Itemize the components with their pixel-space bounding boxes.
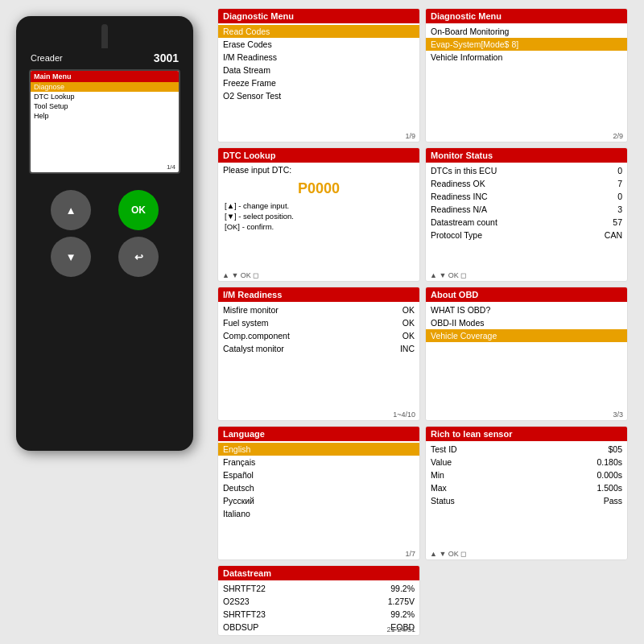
- panel-diagnostic-menu-2: Diagnostic Menu On-Board Monitoring Evap…: [425, 8, 628, 142]
- rl-min: Min0.000s: [426, 469, 627, 481]
- down-button[interactable]: [51, 237, 91, 277]
- fuel-value: OK: [402, 318, 415, 328]
- misfire-value: OK: [402, 305, 415, 315]
- monitor-dtcs-label: DTCs in this ECU: [431, 166, 497, 175]
- screen-item-help[interactable]: Help: [31, 111, 179, 121]
- lang-french[interactable]: Français: [218, 456, 419, 469]
- lang-german[interactable]: Deutsch: [218, 481, 419, 494]
- panel-diag1-page: 1/9: [405, 132, 415, 140]
- shrtft22-value: 99.2%: [390, 584, 415, 593]
- datastream-count-label: Datastream count: [431, 217, 497, 227]
- rl-min-val: 0.000s: [597, 470, 622, 480]
- device-screen: Main Menu Diagnose DTC Lookup Tool Setup…: [29, 69, 180, 174]
- testid-label: Test ID: [431, 444, 457, 454]
- about-coverage[interactable]: Vehicle Coverage: [426, 329, 627, 342]
- panel-im-readiness: I/M Readiness Misfire monitorOK Fuel sys…: [217, 287, 420, 421]
- rl-status-label: Status: [431, 496, 455, 506]
- brand-name: Creader: [31, 53, 63, 63]
- im-catalyst: Catalyst monitorINC: [218, 342, 419, 355]
- panel-im-body: Misfire monitorOK Fuel systemOK Comp.com…: [218, 302, 419, 357]
- panel-monitor-status: Monitor Status DTCs in this ECU0 Readine…: [425, 147, 628, 282]
- readiness-ok-value: 7: [617, 179, 622, 188]
- about-modes[interactable]: OBD-II Modes: [426, 316, 627, 329]
- monitor-readiness-inc: Readiness INC0: [426, 190, 627, 203]
- monitor-dtcs-value: 0: [617, 166, 622, 175]
- dtc-instr-2: [▼] - select position.: [218, 211, 419, 221]
- menu-item-erase-codes[interactable]: Erase Codes: [218, 38, 419, 51]
- ds-o2s23: O2S231.275V: [218, 595, 419, 608]
- screen-item-diagnose[interactable]: Diagnose: [31, 82, 179, 92]
- panel-monitor-header: Monitor Status: [426, 148, 627, 163]
- panel-datastream: Datastream SHRTFT2299.2% O2S231.275V SHR…: [217, 565, 420, 636]
- rl-max-label: Max: [431, 483, 447, 493]
- rl-status: StatusPass: [426, 494, 627, 507]
- panel-language: Language English Français Español Deutsc…: [217, 426, 420, 560]
- menu-item-onboard[interactable]: On-Board Monitoring: [426, 25, 627, 38]
- panel-about-obd: About OBD WHAT IS OBD? OBD-II Modes Vehi…: [425, 287, 628, 421]
- menu-item-freeze-frame[interactable]: Freeze Frame: [218, 76, 419, 89]
- panel-datastream-header: Datastream: [218, 566, 419, 580]
- shrtft22-label: SHRTFT22: [223, 584, 266, 593]
- lang-russian[interactable]: Русский: [218, 494, 419, 507]
- screen-item-dtc[interactable]: DTC Lookup: [31, 92, 179, 101]
- rl-value-label: Value: [431, 457, 452, 467]
- readiness-inc-label: Readiness INC: [431, 192, 488, 201]
- panel-diagnostic-menu-1-header: Diagnostic Menu: [218, 9, 419, 23]
- dtc-nav: ▲ ▼ OK ◻: [222, 271, 258, 279]
- ds-shrtft23: SHRTFT2399.2%: [218, 608, 419, 621]
- fuel-label: Fuel system: [223, 318, 269, 328]
- readiness-na-label: Readiness N/A: [431, 204, 487, 214]
- monitor-readiness-ok: Readiness OK7: [426, 177, 627, 190]
- ok-button[interactable]: OK: [118, 190, 159, 230]
- o2s23-value: 1.275V: [388, 597, 415, 606]
- screen-page: 1/4: [167, 163, 175, 171]
- lang-italian[interactable]: Italiano: [218, 507, 419, 520]
- screen-item-toolsetup[interactable]: Tool Setup: [31, 101, 179, 111]
- im-misfire: Misfire monitorOK: [218, 303, 419, 316]
- device-buttons: OK: [24, 182, 185, 285]
- panel-about-body: WHAT IS OBD? OBD-II Modes Vehicle Covera…: [426, 302, 627, 344]
- about-what[interactable]: WHAT IS OBD?: [426, 303, 627, 316]
- misfire-label: Misfire monitor: [223, 305, 279, 315]
- monitor-protocol: Protocol TypeCAN: [426, 229, 627, 242]
- device-brand: Creader 3001: [24, 48, 185, 68]
- im-fuel: Fuel systemOK: [218, 316, 419, 329]
- panel-im-header: I/M Readiness: [218, 287, 419, 302]
- panel-rich-lean-header: Rich to lean sensor: [426, 427, 627, 441]
- menu-item-data-stream[interactable]: Data Stream: [218, 64, 419, 76]
- readiness-inc-value: 0: [617, 192, 622, 201]
- shrtft23-label: SHRTFT23: [223, 609, 266, 619]
- panel-lang-page: 1/7: [405, 550, 415, 558]
- panel-diagnostic-menu-1: Diagnostic Menu Read Codes Erase Codes I…: [217, 8, 420, 142]
- menu-item-im-readiness[interactable]: I/M Readiness: [218, 51, 419, 64]
- up-button[interactable]: [51, 190, 91, 230]
- testid-value: $05: [608, 444, 622, 454]
- readiness-na-value: 3: [617, 204, 622, 214]
- menu-item-read-codes[interactable]: Read Codes: [218, 25, 419, 38]
- monitor-readiness-na: Readiness N/A3: [426, 203, 627, 216]
- panel-diagnostic-menu-2-header: Diagnostic Menu: [426, 9, 627, 23]
- rl-testid: Test ID$05: [426, 443, 627, 456]
- device-body: Creader 3001 Main Menu Diagnose DTC Look…: [16, 16, 193, 451]
- back-button[interactable]: [118, 237, 159, 277]
- panel-dtc-header: DTC Lookup: [218, 148, 419, 163]
- rich-lean-nav: ▲ ▼ OK ◻: [430, 550, 466, 558]
- im-comp: Comp.componentOK: [218, 329, 419, 342]
- rl-max-val: 1.500s: [597, 483, 622, 493]
- menu-item-vehicle-info[interactable]: Vehicle Information: [426, 51, 627, 64]
- device-cable: [101, 24, 108, 48]
- lang-spanish[interactable]: Español: [218, 469, 419, 481]
- dtc-code: P0000: [218, 177, 419, 200]
- datastream-count-value: 57: [613, 217, 622, 227]
- rl-min-label: Min: [431, 470, 444, 480]
- menu-item-evap[interactable]: Evap-System[Mode$ 8]: [426, 38, 627, 51]
- panel-dtc-lookup: DTC Lookup Please input DTC: P0000 [▲] -…: [217, 147, 420, 282]
- monitor-dtcs: DTCs in this ECU0: [426, 164, 627, 177]
- catalyst-label: Catalyst monitor: [223, 344, 284, 353]
- panel-rich-lean: Rich to lean sensor Test ID$05 Value0.18…: [425, 426, 628, 560]
- panel-language-header: Language: [218, 427, 419, 441]
- menu-item-o2-sensor[interactable]: O2 Sensor Test: [218, 89, 419, 102]
- lang-english[interactable]: English: [218, 443, 419, 456]
- panel-diagnostic-menu-1-body: Read Codes Erase Codes I/M Readiness Dat…: [218, 23, 419, 104]
- catalyst-value: INC: [400, 344, 415, 353]
